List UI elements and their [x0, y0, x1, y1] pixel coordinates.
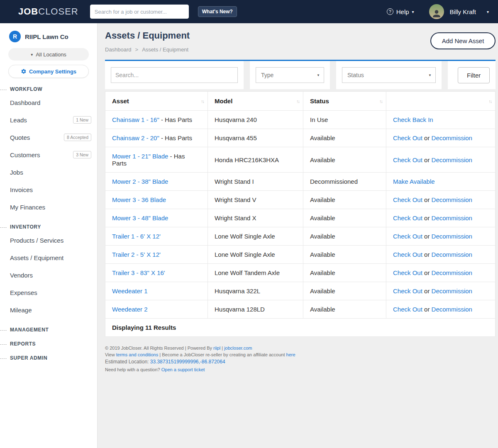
column-header[interactable] [386, 92, 496, 111]
add-new-asset-button[interactable]: Add New Asset [430, 32, 496, 49]
asset-link[interactable]: Trailer 3 - 83" X 16' [112, 269, 165, 276]
sidebar-item-invoices[interactable]: Invoices [0, 181, 97, 198]
action-link-decommission[interactable]: Decommission [432, 306, 472, 313]
sidebar-item-label: Expenses [10, 289, 37, 296]
sidebar-item-customers[interactable]: Customers3 New [0, 146, 97, 163]
sort-icon[interactable] [379, 99, 382, 104]
sort-icon[interactable] [296, 99, 299, 104]
asset-link[interactable]: Mower 3 - 36 Blade [112, 196, 166, 203]
asset-link[interactable]: Trailer 2 - 5' X 12' [112, 251, 161, 258]
footer-link[interactable]: here [286, 352, 295, 357]
action-link-decommission[interactable]: Decommission [432, 196, 472, 203]
sidebar-item-expenses[interactable]: Expenses [0, 284, 97, 301]
footer-link[interactable]: Open a support ticket [161, 367, 205, 372]
sidebar-item-leads[interactable]: Leads1 New [0, 111, 97, 129]
action-link-check-out[interactable]: Check Out [393, 134, 422, 141]
filter-button-box: Filter [448, 61, 496, 89]
action-link-decommission[interactable]: Decommission [432, 156, 472, 163]
filter-search-input[interactable] [111, 67, 238, 83]
actions-cell: Check Out or Decommission [386, 147, 496, 173]
company-settings-label: Company Settings [29, 68, 76, 75]
sort-icon[interactable] [488, 99, 491, 104]
model-cell: Husqvarna 322L [208, 282, 303, 300]
nav-section-reports: REPORTS [0, 341, 97, 347]
action-link-decommission[interactable]: Decommission [432, 287, 472, 295]
actions-separator: or [422, 196, 432, 203]
table-row: Chainsaw 1 - 16" - Has PartsHusqvarna 24… [105, 111, 496, 129]
sidebar-item-vendors[interactable]: Vendors [0, 266, 97, 284]
asset-link[interactable]: Weedeater 1 [112, 287, 148, 295]
action-link-check-out[interactable]: Check Out [393, 233, 422, 240]
sidebar-item-assets-equipment[interactable]: Assets / Equipment [0, 249, 97, 266]
actions-cell: Check Out or Decommission [386, 300, 496, 319]
nav-section-workflow: WORKFLOW [0, 86, 97, 92]
sidebar-item-my-finances[interactable]: My Finances [0, 198, 97, 216]
status-select[interactable]: Status [342, 67, 436, 83]
sidebar-item-label: Invoices [10, 186, 33, 193]
asset-link[interactable]: Mower 2 - 38" Blade [112, 178, 168, 185]
action-link-decommission[interactable]: Decommission [432, 214, 472, 222]
sort-icon[interactable] [201, 99, 204, 104]
action-link-decommission[interactable]: Decommission [432, 134, 472, 141]
asset-link[interactable]: Trailer 1 - 6' X 12' [112, 233, 161, 240]
action-link-check-out[interactable]: Check Out [393, 306, 422, 313]
column-header[interactable]: Model [208, 92, 303, 111]
model-cell: Wright Stand I [208, 173, 303, 191]
help-menu[interactable]: Help [387, 8, 414, 15]
type-select[interactable]: Type [256, 67, 324, 83]
action-link-decommission[interactable]: Decommission [432, 233, 472, 240]
sidebar-item-quotes[interactable]: Quotes8 Accepted [0, 129, 97, 146]
asset-cell: Chainsaw 1 - 16" - Has Parts [105, 111, 208, 129]
locations-dropdown[interactable]: All Locations [8, 48, 89, 61]
sidebar-item-label: Dashboard [10, 99, 40, 106]
footer-link[interactable]: terms and conditions [116, 352, 159, 357]
asset-link[interactable]: Weedeater 2 [112, 306, 148, 313]
asset-cell: Trailer 1 - 6' X 12' [105, 227, 208, 246]
asset-cell: Mower 1 - 21" Blade - Has Parts [105, 147, 208, 173]
action-link-check-out[interactable]: Check Out [393, 251, 422, 258]
status-select-value: Status [347, 72, 364, 78]
status-cell: Available [303, 147, 386, 173]
action-link-check-back-in[interactable]: Check Back In [393, 116, 433, 123]
user-name[interactable]: Billy Kraft [450, 8, 476, 15]
footer-link[interactable]: riipl [213, 346, 220, 351]
asset-link[interactable]: Chainsaw 1 - 16" [112, 116, 159, 123]
action-link-decommission[interactable]: Decommission [432, 269, 472, 276]
chevron-down-icon [317, 73, 320, 77]
avatar[interactable] [429, 4, 444, 19]
column-label: Asset [112, 97, 129, 105]
action-link-make-available[interactable]: Make Available [393, 178, 435, 185]
actions-cell: Make Available [386, 173, 496, 191]
action-link-check-out[interactable]: Check Out [393, 214, 422, 222]
action-link-check-out[interactable]: Check Out [393, 287, 422, 295]
whats-new-button[interactable]: What's New? [198, 6, 237, 17]
sidebar-item-dashboard[interactable]: Dashboard [0, 94, 97, 111]
action-link-check-out[interactable]: Check Out [393, 196, 422, 203]
sidebar-item-mileage[interactable]: Mileage [0, 301, 97, 319]
asset-link[interactable]: Chainsaw 2 - 20" [112, 134, 159, 141]
action-link-decommission[interactable]: Decommission [432, 251, 472, 258]
column-header[interactable]: Status [303, 92, 386, 111]
sidebar-item-jobs[interactable]: Jobs [0, 163, 97, 181]
sidebar-item-products-services[interactable]: Products / Services [0, 231, 97, 249]
footer-link[interactable]: 33.387315199999996,-86.872064 [150, 359, 225, 365]
nav-section-management: MANAGEMENT [0, 327, 97, 333]
status-cell: Decommissioned [303, 173, 386, 191]
model-cell: Lone Wolf Single Axle [208, 227, 303, 246]
asset-link[interactable]: Mower 3 - 48" Blade [112, 214, 168, 222]
chevron-down-icon[interactable] [487, 10, 489, 14]
global-search-input[interactable] [90, 5, 189, 19]
footer-link[interactable]: jobcloser.com [224, 346, 252, 351]
asset-cell: Mower 2 - 38" Blade [105, 173, 208, 191]
column-header[interactable]: Asset [105, 92, 208, 111]
breadcrumb-item[interactable]: Dashboard [105, 46, 132, 53]
action-link-check-out[interactable]: Check Out [393, 269, 422, 276]
filter-button[interactable]: Filter [458, 67, 490, 83]
status-cell: Available [303, 264, 386, 282]
summary-row: Displaying 11 Results [105, 319, 496, 337]
company-settings-button[interactable]: Company Settings [8, 65, 89, 78]
asset-link[interactable]: Mower 1 - 21" Blade [112, 153, 168, 160]
action-link-check-out[interactable]: Check Out [393, 156, 422, 163]
sidebar-item-label: Products / Services [10, 237, 63, 244]
status-badge: 8 Accepted [64, 134, 91, 141]
